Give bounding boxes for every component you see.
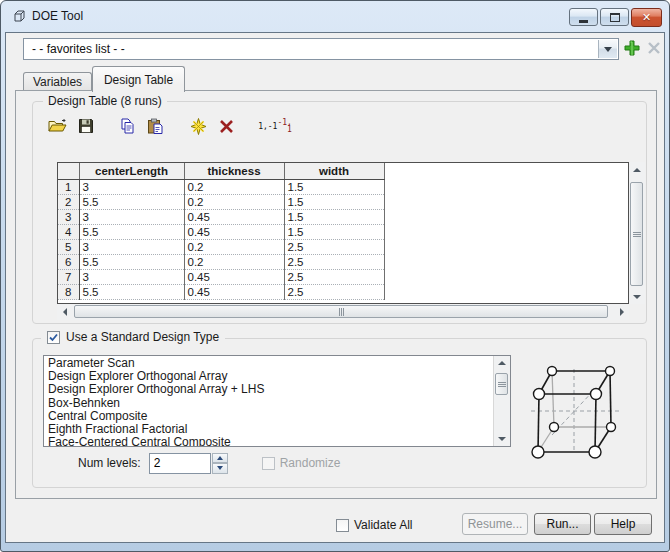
table-cell[interactable]: 5.5	[79, 285, 184, 300]
design-table-body: 130.21.525.50.21.5330.451.545.50.451.553…	[58, 180, 628, 300]
table-cell[interactable]: 0.45	[184, 285, 284, 300]
listbox-scroll-thumb[interactable]	[495, 373, 508, 395]
design-type-item[interactable]: Box-Behnken	[44, 397, 493, 410]
stepper-up-icon	[217, 456, 223, 460]
titlebar: DOE Tool ✕	[1, 1, 669, 32]
row-number[interactable]: 3	[58, 210, 79, 225]
use-standard-design-checkbox[interactable]	[47, 331, 60, 344]
tab-design-table[interactable]: Design Table	[92, 66, 185, 92]
num-levels-label: Num levels:	[78, 456, 141, 470]
stepper-up-button[interactable]	[212, 453, 228, 464]
copy-icon	[119, 118, 135, 134]
row-number[interactable]: 6	[58, 255, 79, 270]
table-cell[interactable]: 0.2	[184, 255, 284, 270]
copy-rows-button[interactable]	[116, 115, 138, 137]
row-number[interactable]: 1	[58, 180, 79, 195]
design-type-item[interactable]: Face-Centered Central Composite	[44, 436, 493, 447]
add-favorite-button[interactable]	[623, 39, 641, 57]
table-cell[interactable]: 2.5	[284, 270, 384, 285]
table-cell[interactable]: 0.2	[184, 195, 284, 210]
horizontal-scroll-thumb[interactable]	[74, 305, 608, 318]
table-cell[interactable]: 2.5	[284, 240, 384, 255]
open-design-button[interactable]	[47, 115, 69, 137]
num-levels-stepper[interactable]	[212, 453, 228, 474]
table-row: 45.50.451.5	[58, 225, 628, 240]
table-cell[interactable]: 1.5	[284, 225, 384, 240]
paste-rows-button[interactable]	[144, 115, 166, 137]
table-cell[interactable]: 5.5	[79, 225, 184, 240]
scroll-down-button[interactable]	[629, 289, 645, 304]
column-header[interactable]: width	[284, 163, 384, 180]
delete-x-icon	[219, 119, 234, 134]
restore-icon	[610, 13, 620, 22]
resume-button[interactable]: Resume...	[462, 513, 528, 535]
scroll-left-icon	[63, 308, 67, 316]
column-header[interactable]: thickness	[184, 163, 284, 180]
listbox-scrollbar[interactable]	[493, 356, 510, 446]
close-button[interactable]: ✕	[631, 8, 662, 27]
scroll-left-button[interactable]	[57, 304, 72, 320]
design-table-tab-panel: Design Table (8 runs)	[15, 90, 657, 499]
design-table-toolbar: 1,-1 -1, 1	[47, 114, 286, 138]
tab-variables[interactable]: Variables	[23, 72, 92, 90]
minimize-button[interactable]	[569, 8, 598, 26]
table-row: 730.452.5	[58, 270, 628, 285]
table-cell[interactable]: 0.45	[184, 270, 284, 285]
save-icon	[78, 118, 94, 134]
design-type-item[interactable]: Design Explorer Orthogonal Array + LHS	[44, 383, 493, 396]
table-cell[interactable]: 0.2	[184, 180, 284, 195]
row-number[interactable]: 7	[58, 270, 79, 285]
window-title: DOE Tool	[32, 1, 83, 31]
table-cell[interactable]: 1.5	[284, 180, 384, 195]
validate-all-checkbox[interactable]	[336, 519, 349, 532]
design-type-listbox[interactable]: Parameter ScanDesign Explorer Orthogonal…	[43, 355, 511, 447]
table-vertical-scrollbar[interactable]	[629, 162, 645, 304]
table-cell[interactable]: 5.5	[79, 255, 184, 270]
add-run-button[interactable]	[187, 115, 209, 137]
table-cell[interactable]: 1.5	[284, 210, 384, 225]
scroll-up-button[interactable]	[629, 162, 645, 177]
table-cell[interactable]: 0.45	[184, 225, 284, 240]
row-number[interactable]: 4	[58, 225, 79, 240]
table-cell[interactable]: 3	[79, 210, 184, 225]
restore-button[interactable]	[600, 8, 629, 26]
design-table-header-row: centerLengththicknesswidth	[58, 163, 628, 180]
favorites-selected-value: - - favorites list - -	[32, 39, 125, 59]
row-number[interactable]: 2	[58, 195, 79, 210]
scroll-up-button[interactable]	[494, 356, 509, 370]
tab-variables-label: Variables	[33, 75, 82, 89]
save-design-button[interactable]	[75, 115, 97, 137]
table-cell[interactable]: 2.5	[284, 255, 384, 270]
table-horizontal-scrollbar[interactable]	[57, 304, 629, 320]
scale-values-button[interactable]: 1,-1 -1, 1	[264, 115, 286, 137]
vertical-scroll-thumb[interactable]	[630, 182, 643, 286]
column-header[interactable]: centerLength	[79, 163, 184, 180]
table-cell[interactable]: 3	[79, 270, 184, 285]
favorites-combobox[interactable]: - - favorites list - -	[23, 38, 619, 60]
table-cell[interactable]: 2.5	[284, 285, 384, 300]
scroll-down-button[interactable]	[494, 432, 509, 446]
table-cell[interactable]: 0.2	[184, 240, 284, 255]
help-button[interactable]: Help	[594, 513, 652, 535]
factorial-cube-icon	[521, 347, 639, 475]
row-number[interactable]: 8	[58, 285, 79, 300]
design-table-group-title: Design Table (8 runs)	[43, 94, 167, 108]
table-cell[interactable]: 5.5	[79, 195, 184, 210]
delete-run-button[interactable]	[215, 115, 237, 137]
randomize-checkbox[interactable]	[262, 457, 275, 470]
stepper-down-button[interactable]	[212, 463, 228, 474]
table-cell[interactable]: 1.5	[284, 195, 384, 210]
num-levels-input[interactable]	[149, 453, 211, 474]
table-cell[interactable]: 3	[79, 180, 184, 195]
run-button[interactable]: Run...	[534, 513, 591, 535]
table-row: 330.451.5	[58, 210, 628, 225]
scroll-right-button[interactable]	[614, 304, 629, 320]
table-row: 65.50.22.5	[58, 255, 628, 270]
design-type-item[interactable]: Central Composite	[44, 410, 493, 423]
folder-open-icon	[48, 118, 68, 134]
table-cell[interactable]: 0.45	[184, 210, 284, 225]
delete-favorite-button[interactable]	[647, 41, 661, 55]
row-number[interactable]: 5	[58, 240, 79, 255]
favorites-dropdown-button[interactable]	[598, 40, 617, 58]
table-cell[interactable]: 3	[79, 240, 184, 255]
